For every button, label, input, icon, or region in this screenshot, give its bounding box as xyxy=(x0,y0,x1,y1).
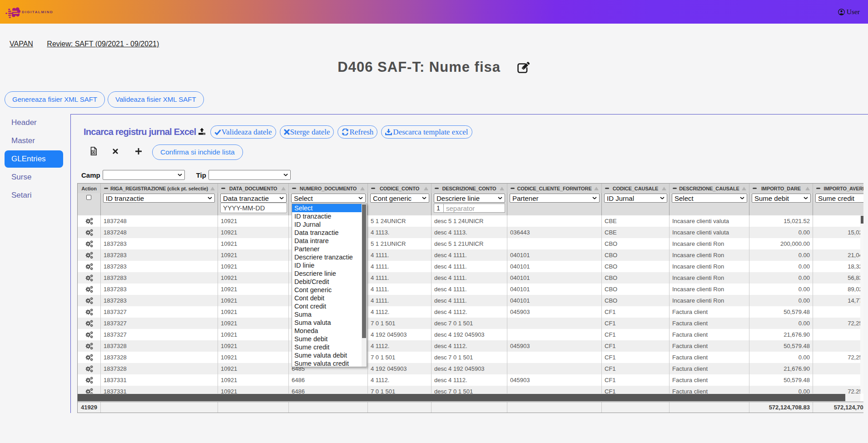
sort-arrow-icon[interactable] xyxy=(500,187,504,190)
dare-filter-select[interactable]: Sume debit xyxy=(752,194,811,203)
row-action-cell[interactable] xyxy=(78,238,101,249)
dropdown-option[interactable]: Select xyxy=(292,204,367,212)
add-plus-icon[interactable] xyxy=(135,148,142,154)
causale-filter-select[interactable]: ID Jurnal xyxy=(604,194,667,203)
row-action-cell[interactable] xyxy=(78,340,101,352)
row-settings-cogs-icon[interactable] xyxy=(85,263,93,270)
dropdown-option[interactable]: Suma xyxy=(292,310,367,319)
avere-filter-select[interactable]: Sume credit xyxy=(815,194,863,203)
row-settings-cogs-icon[interactable] xyxy=(85,229,93,236)
table-row[interactable]: 1837283109214 1111.desc 4 1111.040101CBO… xyxy=(78,272,860,284)
dropdown-option[interactable]: Debit/Credit xyxy=(292,278,367,286)
row-action-cell[interactable] xyxy=(78,352,101,363)
row-settings-cogs-icon[interactable] xyxy=(85,388,93,394)
dropdown-option[interactable]: Cont debit xyxy=(292,294,367,302)
dropdown-option[interactable]: Sume valuta credit xyxy=(292,359,367,368)
column-header-0[interactable]: Action xyxy=(78,184,101,193)
dropdown-scrollbar[interactable] xyxy=(362,204,367,367)
table-row[interactable]: 18373311092164867 0 1 501desc 7 0 1 501C… xyxy=(78,386,860,393)
sort-arrow-icon[interactable] xyxy=(360,187,365,190)
refresh-button[interactable]: Refresh xyxy=(337,125,377,139)
dropdown-option[interactable]: ID tranzactie xyxy=(292,212,367,220)
confirm-close-button[interactable]: Confirma si inchide lista xyxy=(152,144,243,160)
breadcrumb-review[interactable]: Review: SAFT (09/2021 - 09/2021) xyxy=(47,40,159,48)
sort-arrow-icon[interactable] xyxy=(805,187,810,190)
table-row[interactable]: 1837283109214 1111.desc 4 1111.040101CBO… xyxy=(78,261,860,272)
row-settings-cogs-icon[interactable] xyxy=(85,354,93,361)
row-settings-cogs-icon[interactable] xyxy=(85,240,93,248)
row-settings-cogs-icon[interactable] xyxy=(85,331,93,338)
column-header-5[interactable]: DESCRIZIONE_CONTO xyxy=(432,184,507,193)
dropdown-option[interactable]: Sume debit xyxy=(292,335,367,343)
sort-arrow-icon[interactable] xyxy=(662,187,666,190)
table-row[interactable]: 1837283109214 1111.desc 4 1111.040101CBO… xyxy=(78,249,860,261)
sidebar-item-setari[interactable]: Setari xyxy=(0,187,70,204)
dropdown-option[interactable]: Cont generic xyxy=(292,286,367,294)
row-action-cell[interactable] xyxy=(78,329,101,340)
dropdown-option[interactable]: Descriere tranzactie xyxy=(292,253,367,261)
dropdown-option[interactable]: Moneda xyxy=(292,327,367,335)
row-action-cell[interactable] xyxy=(78,284,101,295)
breadcrumb-vapan[interactable]: VAPAN xyxy=(10,40,33,48)
dropdown-option[interactable]: Data intrare xyxy=(292,237,367,245)
table-row[interactable]: 1837328109217 0 1 501desc 7 0 1 501CF1Fa… xyxy=(78,352,860,363)
dropdown-option[interactable]: Cont credit xyxy=(292,302,367,310)
column-header-1[interactable]: RIGA_REGISTRAZIONE (click pt. selectie) xyxy=(101,184,218,193)
table-row[interactable]: 1837283109215 1 21UNICRdesc 5 1 21UNICRC… xyxy=(78,238,860,249)
table-row[interactable]: 1837283109214 1111.desc 4 1111.040101CBO… xyxy=(78,284,860,295)
validate-data-button[interactable]: Valideaza datele xyxy=(210,125,276,139)
row-action-cell[interactable] xyxy=(78,306,101,318)
collapse-column-icon[interactable] xyxy=(605,188,609,189)
dropdown-scrollbar-thumb[interactable] xyxy=(362,204,366,338)
dropdown-option[interactable]: Suma valuta xyxy=(292,319,367,327)
row-action-cell[interactable] xyxy=(78,318,101,329)
sidebar-item-master[interactable]: Master xyxy=(0,132,70,149)
collapse-column-icon[interactable] xyxy=(753,188,757,189)
collapse-column-icon[interactable] xyxy=(371,188,375,189)
row-settings-cogs-icon[interactable] xyxy=(85,365,93,373)
table-row[interactable]: 1837283109214 1111.desc 4 1111.040101CBO… xyxy=(78,295,860,306)
descr-causale-filter-select[interactable]: Select xyxy=(672,194,747,203)
riga-filter-select[interactable]: ID tranzactie xyxy=(103,194,215,203)
sort-arrow-icon[interactable] xyxy=(210,187,215,190)
collapse-column-icon[interactable] xyxy=(673,188,677,189)
table-row[interactable]: 1837248109215 1 24UNICRdesc 5 1 24UNICRC… xyxy=(78,215,860,227)
row-action-cell[interactable] xyxy=(78,215,101,227)
table-row[interactable]: 1837327109214 192 045903desc 4 192 04590… xyxy=(78,329,860,340)
row-action-cell[interactable] xyxy=(78,249,101,261)
validate-xml-button[interactable]: Valideaza fisier XML SAFT xyxy=(108,91,204,108)
table-row[interactable]: 18373311092164864 1112.desc 4 1112.04590… xyxy=(78,374,860,386)
row-action-cell[interactable] xyxy=(78,386,101,393)
collapse-column-icon[interactable] xyxy=(816,188,820,189)
row-settings-cogs-icon[interactable] xyxy=(85,218,93,225)
dropdown-option[interactable]: Sume valuta debit xyxy=(292,351,367,359)
brand-logo[interactable]: DIGITALMIND xyxy=(5,5,53,18)
row-action-cell[interactable] xyxy=(78,374,101,386)
table-row[interactable]: 1837248109214 1113.desc 4 1113.036443CBE… xyxy=(78,227,860,238)
collapse-column-icon[interactable] xyxy=(511,188,515,189)
edit-title-button[interactable] xyxy=(516,61,531,78)
dropdown-option[interactable]: Descriere linie xyxy=(292,269,367,278)
dropdown-option[interactable]: Data tranzactie xyxy=(292,229,367,237)
row-action-cell[interactable] xyxy=(78,295,101,306)
dropdown-option[interactable]: ID Jurnal xyxy=(292,220,367,229)
sort-arrow-icon[interactable] xyxy=(281,187,286,190)
data-filter-select[interactable]: Data tranzactie xyxy=(220,194,287,203)
cliente-filter-select[interactable]: Partener xyxy=(510,194,600,203)
descr-conto-filter-select[interactable]: Descriere linie xyxy=(434,194,505,203)
table-row[interactable]: 1837327109214 1112.desc 4 1112.045903CF1… xyxy=(78,306,860,318)
horizontal-scrollbar-thumb[interactable] xyxy=(78,394,845,401)
row-settings-cogs-icon[interactable] xyxy=(85,377,93,384)
descr-conto-count-input[interactable] xyxy=(434,204,444,213)
column-header-2[interactable]: DATA_DOCUMENTO xyxy=(218,184,289,193)
tip-select[interactable] xyxy=(208,170,291,180)
conto-filter-select[interactable]: Cont generic xyxy=(370,194,429,203)
camp-select[interactable] xyxy=(103,170,185,180)
data-filter-input[interactable] xyxy=(220,203,287,213)
row-settings-cogs-icon[interactable] xyxy=(85,343,93,350)
sort-arrow-icon[interactable] xyxy=(424,187,428,190)
row-action-cell[interactable] xyxy=(78,363,101,374)
sort-arrow-icon[interactable] xyxy=(594,187,599,190)
dropdown-option[interactable]: Partener xyxy=(292,245,367,253)
row-action-cell[interactable] xyxy=(78,227,101,238)
